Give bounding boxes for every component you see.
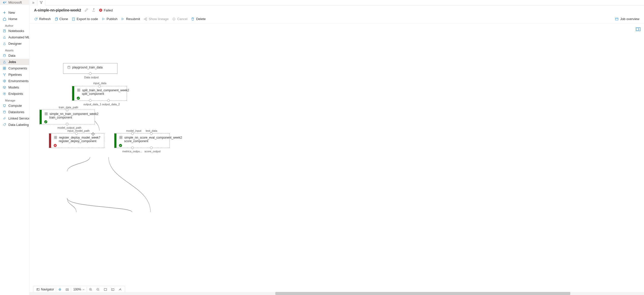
sidebar-item-linked[interactable]: Linked Services [0,115,29,122]
chevrons-right-icon [32,1,35,5]
title-bar: A-simple-nn-pipeline-week2 Failed [29,6,644,15]
sidebar-item-label: Notebooks [8,29,24,33]
port-in[interactable] [131,132,134,135]
node-title: simple_nn_score_eval_component_week2 [124,136,182,139]
port-in[interactable] [150,132,153,135]
sidebar-item-label: Data Labeling [8,123,29,127]
edit-title-button[interactable] [85,8,88,12]
sidebar-item-automl[interactable]: Automated ML [0,34,29,40]
pipeline-title: A-simple-nn-pipeline-week2 [34,8,81,12]
clone-button[interactable]: Clone [54,17,68,21]
sidebar-item-label: Components [8,66,27,70]
sidebar-item-compute[interactable]: Compute [0,102,29,109]
svg-rect-33 [78,90,79,91]
port-label: Data output [84,76,99,79]
success-badge-icon [77,97,80,100]
refresh-button[interactable]: Refresh [34,17,51,21]
map-icon [36,288,40,291]
h-scrollbar-thumb[interactable] [275,292,570,295]
sidebar-item-jobs[interactable]: Jobs [0,59,29,65]
svg-rect-22 [55,18,57,20]
port-out[interactable] [89,99,92,102]
svg-rect-48 [120,138,121,139]
tab-expand[interactable] [29,0,37,6]
canvas[interactable]: playground_train_data Data output input_… [29,23,644,295]
sidebar-item-models[interactable]: Models [0,84,29,91]
expand-panel-button[interactable] [636,27,640,31]
svg-rect-32 [79,89,80,90]
node-register[interactable]: register_deploy_model_week7 register_dep… [49,133,104,148]
component-icon [44,112,48,116]
export-button[interactable]: Export to code [72,17,98,21]
pipeline-icon [39,1,43,4]
port-out[interactable] [131,146,134,149]
toolbar: Refresh Clone Export to code Publish Res… [29,15,644,23]
node-title: playground_train_data [72,66,102,69]
svg-rect-26 [146,19,147,20]
brand-row[interactable]: Microsoft [0,0,29,5]
success-badge-icon [119,144,122,147]
port-out[interactable] [89,72,92,75]
sidebar-item-datastores[interactable]: Datastores [0,109,29,115]
port-label: metrics_outpu... [122,150,142,153]
svg-text:1: 1 [112,289,113,290]
back-icon [3,1,6,4]
endpoint-icon [3,92,6,96]
port-in[interactable] [75,132,78,135]
node-score[interactable]: simple_nn_score_eval_component_week2 sco… [114,133,170,148]
tabbar [29,0,644,6]
env-icon [3,79,6,83]
port-out[interactable] [107,99,110,102]
sidebar-item-new[interactable]: New [0,9,29,16]
publish-button[interactable]: Publish [101,17,117,21]
svg-rect-36 [45,113,46,114]
delete-button[interactable]: Delete [191,17,206,21]
node-train[interactable]: simple_nn_train_component_week2 train_co… [39,110,95,124]
tab-graph[interactable] [37,0,45,6]
svg-line-62 [99,290,99,290]
svg-rect-4 [3,67,4,68]
port-in[interactable] [66,109,68,111]
svg-line-58 [91,290,92,290]
sidebar-item-designer[interactable]: Designer [0,40,29,47]
sidebar-item-home[interactable]: Home [0,16,29,22]
error-badge-icon [54,144,57,147]
sidebar-item-components[interactable]: Components [0,65,29,71]
copy-icon [54,17,58,21]
port-label: score_output [144,150,161,153]
plus-icon [3,11,6,14]
sidebar-item-labeling[interactable]: Data Labeling [0,122,29,128]
sidebar-item-data[interactable]: Data [0,52,29,59]
share-button[interactable] [92,8,95,12]
h-scrollbar[interactable] [29,292,644,295]
trash-icon [191,17,194,21]
success-badge-icon [44,120,47,123]
node-split[interactable]: split_train_test_component_week2 split_c… [72,86,127,101]
port-out[interactable] [66,123,68,125]
svg-rect-6 [3,68,4,69]
port-label: output_data_1 [83,103,101,106]
port-in[interactable] [98,85,101,87]
sidebar-item-envs[interactable]: Environments [0,78,29,84]
export-icon [72,17,75,21]
svg-rect-31 [78,89,79,90]
component-icon [119,136,123,139]
svg-rect-46 [120,136,121,137]
sidebar-item-notebooks[interactable]: Notebooks [0,28,29,34]
svg-point-30 [68,66,70,67]
port-label: test_data [146,129,157,132]
svg-point-56 [67,289,68,290]
node-data[interactable]: playground_train_data [63,63,117,74]
flask-icon [3,42,6,46]
grid-icon [3,66,6,70]
flask-icon [3,35,6,39]
error-icon [99,8,102,12]
sidebar-item-label: Data [8,54,15,57]
svg-point-12 [4,93,5,94]
resubmit-button[interactable]: Resubmit [121,17,140,21]
sidebar-item-endpoints[interactable]: Endpoints [0,91,29,97]
sidebar-item-label: Environments [8,79,28,83]
port-out[interactable] [150,146,153,149]
overview-button[interactable]: Job overview [615,17,639,21]
sidebar-item-pipelines[interactable]: Pipelines [0,71,29,78]
